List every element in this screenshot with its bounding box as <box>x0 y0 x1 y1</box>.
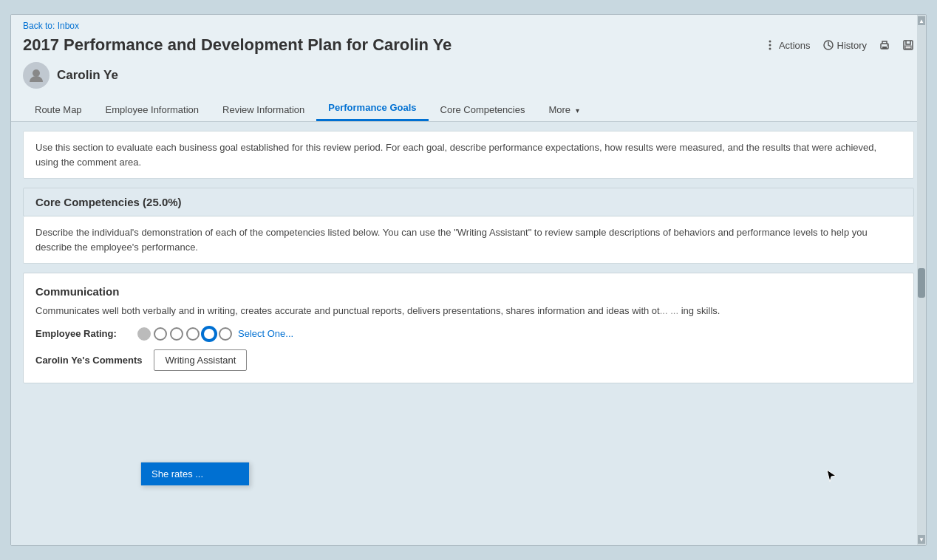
scroll-thumb[interactable] <box>918 268 925 298</box>
rating-dropdown: She rates ... <box>140 462 250 486</box>
cursor-indicator <box>825 468 837 486</box>
rating-circle-0[interactable] <box>137 327 151 341</box>
history-icon <box>822 39 834 51</box>
print-icon <box>879 39 890 51</box>
page-title: 2017 Performance and Development Plan fo… <box>23 35 452 55</box>
svg-point-6 <box>887 44 888 46</box>
history-label: History <box>837 40 867 51</box>
print-button[interactable] <box>879 39 890 51</box>
employee-rating-label: Employee Rating: <box>35 328 132 339</box>
communication-title: Communication <box>35 285 902 298</box>
rating-circle-3[interactable] <box>186 327 200 341</box>
scroll-down-arrow[interactable]: ▼ <box>918 535 925 544</box>
tab-route-map[interactable]: Route Map <box>23 98 94 121</box>
core-competencies-description: Describe the individual's demonstration … <box>23 216 914 264</box>
dropdown-item-she-rates[interactable]: She rates ... <box>141 462 249 485</box>
scroll-up-arrow[interactable]: ▲ <box>918 16 925 25</box>
svg-rect-5 <box>882 47 887 49</box>
tab-review-information[interactable]: Review Information <box>211 98 316 121</box>
rating-circle-5[interactable] <box>219 327 232 341</box>
rating-circle-4[interactable] <box>202 327 216 341</box>
section-description: Use this section to evaluate each busine… <box>23 131 914 179</box>
comments-label: Carolin Ye's Comments <box>35 355 142 366</box>
user-avatar-icon <box>28 67 44 83</box>
comments-row: Carolin Ye's Comments Writing Assistant <box>35 349 902 371</box>
more-chevron-icon: ▾ <box>576 106 579 115</box>
svg-point-0 <box>769 41 771 43</box>
rating-circles <box>137 327 232 341</box>
rating-circle-2[interactable] <box>170 327 183 341</box>
user-name: Carolin Ye <box>57 68 118 83</box>
cursor-icon <box>825 468 837 483</box>
tab-core-competencies[interactable]: Core Competencies <box>429 98 537 121</box>
actions-icon <box>764 39 776 51</box>
select-one-label[interactable]: Select One... <box>238 328 293 339</box>
rating-row: Employee Rating: Select One... She rates… <box>35 327 902 341</box>
tab-performance-goals[interactable]: Performance Goals <box>316 96 428 121</box>
svg-rect-8 <box>905 46 911 49</box>
communication-card: Communication Communicates well both ver… <box>23 273 914 383</box>
save-icon <box>902 39 914 51</box>
tab-employee-information[interactable]: Employee Information <box>94 98 211 121</box>
nav-tabs: Route Map Employee Information Review In… <box>11 96 926 122</box>
history-button[interactable]: History <box>822 39 867 51</box>
writing-assistant-button[interactable]: Writing Assistant <box>154 349 247 371</box>
toolbar: Actions History <box>764 39 914 51</box>
main-container: ▲ ▼ Back to: Inbox 2017 Performance and … <box>10 14 927 546</box>
scrollbar[interactable]: ▲ ▼ <box>917 15 926 545</box>
content-area: Use this section to evaluate each busine… <box>11 122 926 545</box>
svg-point-1 <box>769 44 771 47</box>
svg-point-2 <box>769 48 771 50</box>
actions-label: Actions <box>779 40 811 51</box>
save-button[interactable] <box>902 39 914 51</box>
rating-circle-1[interactable] <box>154 327 167 341</box>
top-bar: Back to: Inbox 2017 Performance and Deve… <box>11 15 926 96</box>
title-row: 2017 Performance and Development Plan fo… <box>23 35 914 55</box>
tab-more[interactable]: More ▾ <box>536 98 590 121</box>
user-row: Carolin Ye <box>23 62 914 89</box>
svg-point-9 <box>33 69 40 77</box>
actions-button[interactable]: Actions <box>764 39 811 51</box>
avatar <box>23 62 50 89</box>
core-competencies-header: Core Competencies (25.0%) <box>23 188 914 216</box>
communication-description: Communicates well both verbally and in w… <box>35 304 902 318</box>
back-link[interactable]: Back to: Inbox <box>23 21 914 31</box>
